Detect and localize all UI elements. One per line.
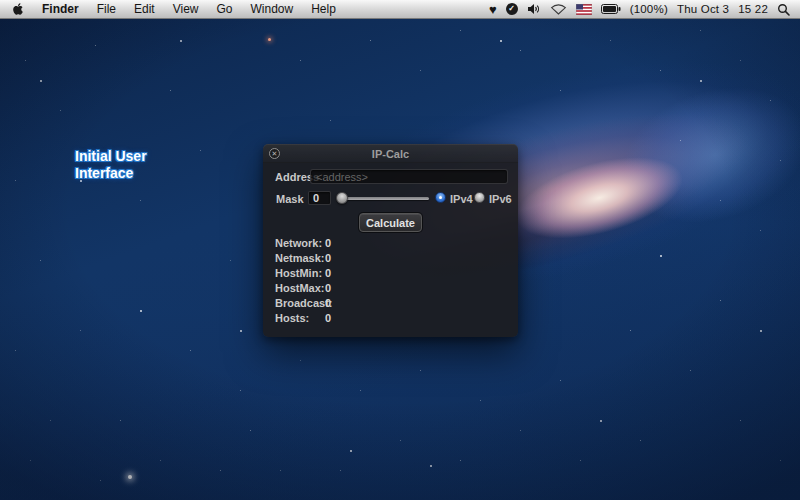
menu-bar-status: ♥ ✓ (100%) Thu Oct 3 15 22 [489,0,800,18]
annotation-initial-user-interface: Initial User Interface [75,148,147,182]
spotlight-icon[interactable] [777,3,790,16]
network-label: Network: [275,237,322,249]
wifi-off-icon[interactable] [550,3,567,15]
annotation-line1: Initial User [75,148,147,165]
netmask-value: 0 [325,252,331,264]
apple-menu-icon[interactable] [12,2,24,16]
mask-slider[interactable] [337,192,429,204]
calculate-button[interactable]: Calculate [359,213,422,232]
hostmax-label: HostMax: [275,282,325,294]
window-titlebar[interactable]: ✕ IP-Calc [263,144,518,163]
mask-slider-track[interactable] [337,197,429,200]
result-row-hosts: Hosts: 0 [263,312,518,325]
result-row-network: Network: 0 [263,237,518,250]
menu-item-finder[interactable]: Finder [42,2,79,16]
hostmin-label: HostMin: [275,267,322,279]
mask-label: Mask [276,193,304,205]
menu-item-view[interactable]: View [173,2,199,16]
hostmax-value: 0 [325,282,331,294]
menu-item-file[interactable]: File [97,2,116,16]
checkmark-circle-icon[interactable]: ✓ [506,3,518,15]
mask-value-field[interactable] [308,191,331,205]
mask-slider-knob[interactable] [336,192,348,204]
ipv6-radio[interactable] [474,192,485,203]
battery-icon[interactable] [601,4,621,14]
result-row-hostmax: HostMax: 0 [263,282,518,295]
result-row-netmask: Netmask: 0 [263,252,518,265]
result-row-broadcast: Broadcast: 0 [263,297,518,310]
menu-bar: Finder File Edit View Go Window Help ♥ ✓… [0,0,800,19]
ipv4-radio[interactable] [435,192,446,203]
hosts-label: Hosts: [275,312,309,324]
window-title: IP-Calc [263,148,518,160]
battery-percent[interactable]: (100%) [630,3,668,15]
result-row-hostmin: HostMin: 0 [263,267,518,280]
menu-item-help[interactable]: Help [311,2,336,16]
hosts-value: 0 [325,312,331,324]
broadcast-value: 0 [325,297,331,309]
address-input[interactable] [310,169,508,184]
ip-calc-window: ✕ IP-Calc Address Mask IPv4 IPv6 Calcula… [263,144,518,337]
volume-icon[interactable] [527,3,541,15]
ipv4-label[interactable]: IPv4 [450,193,473,205]
ipv6-label[interactable]: IPv6 [489,193,512,205]
broadcast-label: Broadcast: [275,297,332,309]
menu-bar-left: Finder File Edit View Go Window Help [0,0,336,18]
annotation-line2: Interface [75,165,147,182]
netmask-label: Netmask: [275,252,325,264]
us-flag-icon[interactable] [576,4,592,15]
menu-item-go[interactable]: Go [217,2,233,16]
menu-bar-time[interactable]: 15 22 [738,3,768,15]
heart-icon[interactable]: ♥ [489,3,497,16]
network-value: 0 [325,237,331,249]
menu-item-edit[interactable]: Edit [134,2,155,16]
menu-bar-date[interactable]: Thu Oct 3 [677,3,729,15]
hostmin-value: 0 [325,267,331,279]
menu-item-window[interactable]: Window [251,2,294,16]
